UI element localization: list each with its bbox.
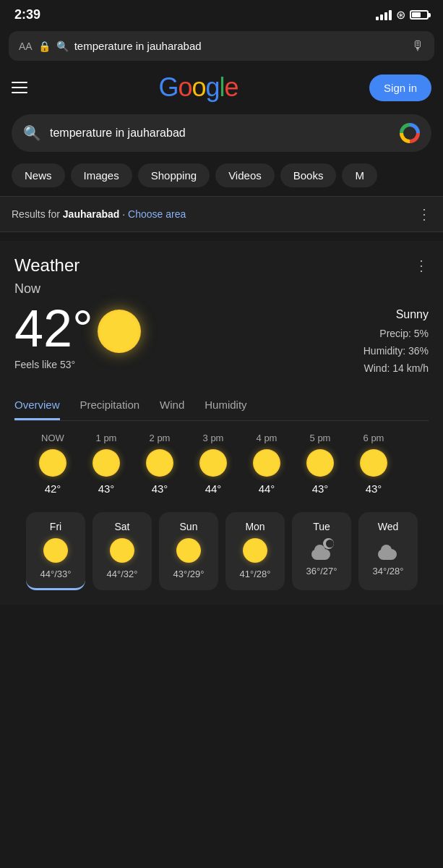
url-text[interactable]: temperature in jauharabad	[74, 40, 405, 52]
hourly-sun-icon	[360, 449, 387, 477]
signal-icon	[376, 10, 392, 20]
lock-icon: 🔒	[38, 41, 51, 52]
hamburger-line	[12, 92, 27, 93]
tab-images[interactable]: Images	[71, 163, 132, 187]
hamburger-line	[12, 87, 27, 88]
daily-day: Wed	[378, 521, 399, 532]
search-query[interactable]: temperature in jauharabad	[50, 127, 391, 140]
search-icon: 🔍	[23, 124, 41, 142]
daily-sun-icon	[243, 538, 267, 563]
daily-temps: 34°/28°	[373, 566, 404, 576]
hourly-sun-icon	[253, 449, 280, 477]
daily-temps: 43°/29°	[173, 569, 205, 579]
daily-temps: 36°/27°	[306, 566, 337, 576]
daily-day: Sun	[180, 521, 198, 532]
tab-shopping[interactable]: Shopping	[138, 163, 210, 187]
microphone-icon[interactable]: 🎙	[411, 38, 424, 54]
hourly-temp: 42°	[45, 482, 61, 495]
hourly-temp: 44°	[259, 482, 275, 495]
daily-card-mon[interactable]: Mon 41°/28°	[225, 512, 285, 590]
weather-right: Sunny Precip: 5% Humidity: 36% Wind: 14 …	[364, 308, 429, 377]
results-for-text: Results for Jauharabad · Choose area	[12, 208, 186, 220]
daily-card-wed[interactable]: Wed 34°/28°	[358, 512, 418, 590]
cloud-icon	[376, 538, 400, 560]
daily-temps: 44°/33°	[40, 569, 72, 579]
url-search-icon: 🔍	[56, 41, 69, 52]
hamburger-line	[12, 82, 27, 83]
weather-condition: Sunny	[364, 308, 429, 321]
hourly-temp: 43°	[366, 482, 382, 495]
text-size-button[interactable]: AA	[19, 41, 33, 52]
daily-day: Sat	[114, 521, 129, 532]
daily-temps: 41°/28°	[240, 569, 271, 579]
feels-like: Feels like 53°	[14, 359, 141, 370]
results-for-bar: Results for Jauharabad · Choose area ⋮	[0, 196, 443, 232]
weather-header: Weather ⋮	[14, 255, 429, 276]
hourly-time: 1 pm	[96, 433, 117, 443]
weather-tab-wind[interactable]: Wind	[160, 391, 184, 420]
hourly-item-4pm: 4 pm 44°	[240, 433, 293, 495]
daily-sun-icon	[110, 538, 134, 563]
tab-books[interactable]: Books	[280, 163, 337, 187]
tab-news[interactable]: News	[12, 163, 65, 187]
filter-tabs: News Images Shopping Videos Books M	[0, 161, 443, 196]
hourly-item-1pm: 1 pm 43°	[79, 433, 133, 495]
hourly-item-3pm: 3 pm 44°	[186, 433, 240, 495]
sun-icon	[98, 310, 141, 353]
weather-temp-row: 42°	[14, 302, 141, 354]
status-time: 2:39	[14, 7, 40, 22]
daily-forecast[interactable]: Fri 44°/33° Sat 44°/32° Sun 43°/29° Mon …	[14, 503, 429, 605]
status-bar: 2:39 ⊛	[0, 0, 443, 28]
hourly-temp: 43°	[98, 482, 115, 495]
google-header: Google Sign in	[0, 67, 443, 111]
hourly-time: 5 pm	[310, 433, 331, 443]
hourly-sun-icon	[93, 449, 120, 477]
hourly-time: 3 pm	[203, 433, 224, 443]
hourly-item-6pm: 6 pm 43°	[347, 433, 400, 495]
battery-icon	[410, 10, 429, 20]
daily-day: Mon	[245, 521, 264, 532]
more-options-icon[interactable]: ⋮	[417, 205, 431, 223]
hourly-sun-icon	[39, 449, 66, 477]
weather-tabs: Overview Precipitation Wind Humidity	[14, 391, 429, 421]
hourly-sun-icon	[146, 449, 173, 477]
hourly-time: 2 pm	[150, 433, 171, 443]
daily-card-tue[interactable]: Tue 36°/27°	[292, 512, 351, 590]
hourly-item-5pm: 5 pm 43°	[293, 433, 347, 495]
daily-day: Fri	[50, 521, 61, 532]
weather-tab-humidity[interactable]: Humidity	[205, 391, 246, 420]
daily-day: Tue	[313, 521, 330, 532]
status-icons: ⊛	[376, 8, 429, 22]
cloud-moon-icon	[309, 538, 334, 560]
hourly-item-now: NOW 42°	[26, 433, 79, 495]
daily-sun-icon	[176, 538, 201, 563]
signin-button[interactable]: Sign in	[369, 75, 431, 101]
weather-tab-overview[interactable]: Overview	[14, 391, 60, 420]
hamburger-menu[interactable]	[12, 82, 27, 93]
tab-more[interactable]: M	[342, 163, 377, 187]
weather-title: Weather	[14, 255, 79, 276]
weather-temperature: 42°	[14, 302, 93, 354]
hourly-temp: 44°	[205, 482, 222, 495]
hourly-time: NOW	[41, 433, 64, 443]
tab-videos[interactable]: Videos	[215, 163, 275, 187]
daily-card-sun[interactable]: Sun 43°/29°	[159, 512, 218, 590]
url-bar[interactable]: AA 🔒 🔍 temperature in jauharabad 🎙	[9, 31, 434, 61]
wifi-icon: ⊛	[396, 8, 405, 22]
choose-area-link[interactable]: Choose area	[128, 208, 186, 220]
weather-main: 42° Feels like 53° Sunny Precip: 5% Humi…	[14, 302, 429, 377]
hourly-time: 6 pm	[364, 433, 384, 443]
hourly-scroll[interactable]: NOW 42° 1 pm 43° 2 pm 43° 3 pm 44° 4 pm …	[14, 421, 429, 503]
daily-card-sat[interactable]: Sat 44°/32°	[93, 512, 152, 590]
daily-sun-icon	[43, 538, 68, 563]
daily-card-fri[interactable]: Fri 44°/33°	[26, 512, 85, 590]
search-box[interactable]: 🔍 temperature in jauharabad	[12, 114, 431, 152]
hourly-temp: 43°	[152, 482, 168, 495]
location-name: Jauharabad	[63, 208, 120, 220]
weather-more-options[interactable]: ⋮	[414, 257, 429, 274]
weather-tab-precipitation[interactable]: Precipitation	[80, 391, 140, 420]
hourly-time: 4 pm	[257, 433, 278, 443]
google-lens-button[interactable]	[400, 123, 420, 143]
daily-temps: 44°/32°	[107, 569, 138, 579]
google-logo: Google	[158, 72, 238, 103]
